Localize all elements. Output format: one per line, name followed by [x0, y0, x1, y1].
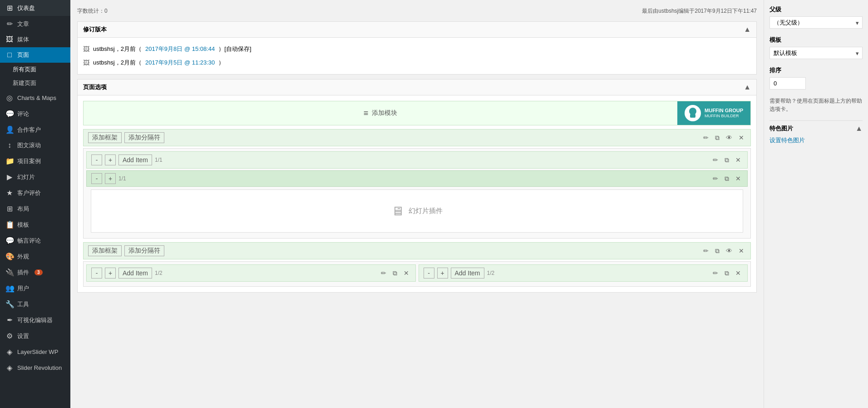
sidebar-item-layout[interactable]: ⊞ 布局 [0, 201, 70, 217]
row1-actions: ✏ ⧉ 👁 ✕ [701, 133, 746, 143]
sidebar-subitem-all-pages[interactable]: 所有页面 [0, 63, 70, 76]
sidebar-item-smooth-comments[interactable]: 💬 畅言评论 [0, 233, 70, 249]
row3-right-actions: ✏ ⧉ ✕ [711, 269, 743, 278]
layerslider-icon: ◈ [5, 348, 14, 356]
comments-icon: 💬 [5, 109, 14, 118]
sidebar-item-plugins[interactable]: 🔌 插件 3 [0, 264, 70, 280]
row1-preview-btn[interactable]: 👁 [724, 133, 734, 143]
right-panel: 父级 （无父级） 模板 默认模板 排序 需要帮助？使用在页面标题上方的帮助选项卡… [764, 0, 868, 408]
add-item-edit-btn[interactable]: ✏ [711, 155, 720, 165]
add-item-delete-btn[interactable]: ✕ [734, 155, 743, 165]
row3-left-actions: ✏ ⧉ ✕ [379, 269, 411, 278]
sidebar-item-cases[interactable]: 📁 项目案例 [0, 153, 70, 169]
page-options-title: 页面选项 [83, 83, 107, 91]
row3-right-fraction: 1/2 [487, 270, 495, 276]
page-options-toggle-btn[interactable]: ▲ [744, 83, 751, 91]
row3-left-delete-btn[interactable]: ✕ [402, 269, 411, 278]
row3-left-plus[interactable]: + [105, 268, 116, 279]
sidebar-item-posts[interactable]: ✏ 文章 [0, 16, 70, 32]
sidebar-item-scroll[interactable]: ↕ 图文滚动 [0, 138, 70, 153]
row3-right-bar: - + Add Item 1/2 ✏ ⧉ ✕ [419, 264, 748, 282]
rp-parent-select[interactable]: （无父级） [769, 16, 863, 29]
row3-left-add-item[interactable]: Add Item [118, 268, 152, 279]
svg-point-0 [689, 108, 696, 115]
row2-delete-btn[interactable]: ✕ [737, 246, 746, 256]
row3-left-minus[interactable]: - [91, 268, 102, 279]
sidebar-item-templates[interactable]: 📋 模板 [0, 217, 70, 233]
sidebar-item-tools[interactable]: 🔧 工具 [0, 296, 70, 312]
row1-delete-btn[interactable]: ✕ [737, 133, 746, 143]
col1-minus-btn[interactable]: - [91, 173, 102, 184]
row2-preview-btn[interactable]: 👁 [724, 246, 734, 256]
row3-left-copy-btn[interactable]: ⧉ [391, 269, 399, 278]
cases-icon: 📁 [5, 157, 14, 165]
row3-right-delete-btn[interactable]: ✕ [734, 269, 743, 278]
sidebar-subitem-new-page[interactable]: 新建页面 [0, 76, 70, 90]
sidebar-item-media[interactable]: 🖼 媒体 [0, 32, 70, 47]
muffin-logo-line1: MUFFIN GROUP [705, 108, 743, 114]
row3-right-edit-btn[interactable]: ✏ [711, 269, 720, 278]
rp-parent-label: 父级 [769, 5, 863, 14]
tools-icon: 🔧 [5, 300, 14, 308]
sidebar-item-reviews[interactable]: ★ 客户评价 [0, 185, 70, 201]
add-item-btn[interactable]: Add Item [118, 154, 152, 165]
sidebar-item-charts-maps[interactable]: ◎ Charts & Maps [0, 90, 70, 106]
row3-right-copy-btn[interactable]: ⧉ [723, 269, 731, 278]
rp-featured-body: 设置特色图片 [769, 136, 863, 144]
revision-row-1: 🖼 ustbshsj，2月前（ 2017年9月8日 @ 15:08:44 ）[自… [83, 42, 751, 56]
muffin-logo-line2: MUFFIN BUILDER [705, 114, 743, 119]
sidebar-item-layerslider[interactable]: ◈ LayerSlider WP [0, 344, 70, 360]
slider-rev-icon: ◈ [5, 363, 14, 372]
row1-copy-btn[interactable]: ⧉ [713, 133, 721, 143]
row1-add-frame-btn[interactable]: 添加框架 [88, 132, 122, 143]
add-item-copy-btn[interactable]: ⧉ [723, 155, 731, 165]
page-options-section: 页面选项 ▲ ≡ 添加模块 [77, 79, 757, 293]
add-item-minus-btn[interactable]: - [91, 154, 102, 165]
col1-copy-btn[interactable]: ⧉ [723, 174, 731, 184]
revision-link-1[interactable]: 2017年9月8日 @ 15:08:44 [145, 45, 215, 53]
rp-featured-header: 特色图片 ▲ [769, 124, 863, 133]
row2-edit-btn[interactable]: ✏ [701, 246, 710, 256]
plugin-block: 🖥 幻灯片插件 [91, 189, 743, 233]
row3-right-plus[interactable]: + [437, 268, 448, 279]
sidebar-item-slides[interactable]: ▶ 幻灯片 [0, 169, 70, 185]
revision-title: 修订版本 [83, 25, 107, 34]
row3-right-add-item[interactable]: Add Item [451, 268, 484, 279]
rp-featured-toggle-btn[interactable]: ▲ [855, 124, 863, 133]
sidebar-item-dashboard[interactable]: ⊞ 仪表盘 [0, 0, 70, 16]
sidebar-item-slider-rev[interactable]: ◈ Slider Revolution [0, 360, 70, 376]
row3-right-minus[interactable]: - [424, 268, 434, 279]
sidebar-item-visual-editor[interactable]: ✒ 可视化编辑器 [0, 312, 70, 328]
revision-link-2[interactable]: 2017年9月5日 @ 11:23:30 [145, 59, 215, 67]
set-featured-image-link[interactable]: 设置特色图片 [769, 137, 805, 144]
sidebar-item-users[interactable]: 👥 用户 [0, 280, 70, 296]
row1-edit-btn[interactable]: ✏ [701, 133, 710, 143]
rp-order-input[interactable] [769, 77, 806, 90]
sidebar-item-comments[interactable]: 💬 评论 [0, 106, 70, 122]
row3-left-edit-btn[interactable]: ✏ [379, 269, 388, 278]
rp-template-select[interactable]: 默认模板 [769, 47, 863, 59]
rp-template-select-wrap: 默认模板 [769, 47, 863, 59]
row1-add-separator-btn[interactable]: 添加分隔符 [124, 132, 164, 143]
col1-delete-btn[interactable]: ✕ [734, 174, 743, 184]
sidebar-item-settings[interactable]: ⚙ 设置 [0, 328, 70, 344]
col1-edit-btn[interactable]: ✏ [711, 174, 720, 184]
row2-add-frame-btn[interactable]: 添加框架 [88, 245, 122, 256]
sidebar-item-appearance[interactable]: 🎨 外观 [0, 249, 70, 264]
visual-editor-icon: ✒ [5, 316, 14, 324]
col1-bar: - + 1/1 ✏ ⧉ ✕ [86, 170, 748, 187]
revision-author-1: ustbshsj，2月前（ [93, 45, 142, 53]
sidebar-item-partners[interactable]: 👤 合作客户 [0, 122, 70, 138]
add-module-btn[interactable]: ≡ 添加模块 [84, 101, 677, 125]
row2-copy-btn[interactable]: ⧉ [713, 246, 721, 256]
revision-header: 修订版本 ▲ [78, 22, 756, 38]
col1-plus-btn[interactable]: + [105, 173, 116, 184]
rp-divider [769, 120, 863, 121]
sidebar-item-pages[interactable]: □ 页面 [0, 47, 70, 63]
add-item-actions: ✏ ⧉ ✕ [711, 155, 743, 165]
muffin-svg [686, 107, 699, 119]
dual-col-right: - + Add Item 1/2 ✏ ⧉ ✕ [419, 264, 748, 284]
add-item-plus-btn[interactable]: + [105, 154, 116, 165]
row2-add-separator-btn[interactable]: 添加分隔符 [124, 245, 164, 256]
revision-toggle-btn[interactable]: ▲ [744, 25, 751, 34]
